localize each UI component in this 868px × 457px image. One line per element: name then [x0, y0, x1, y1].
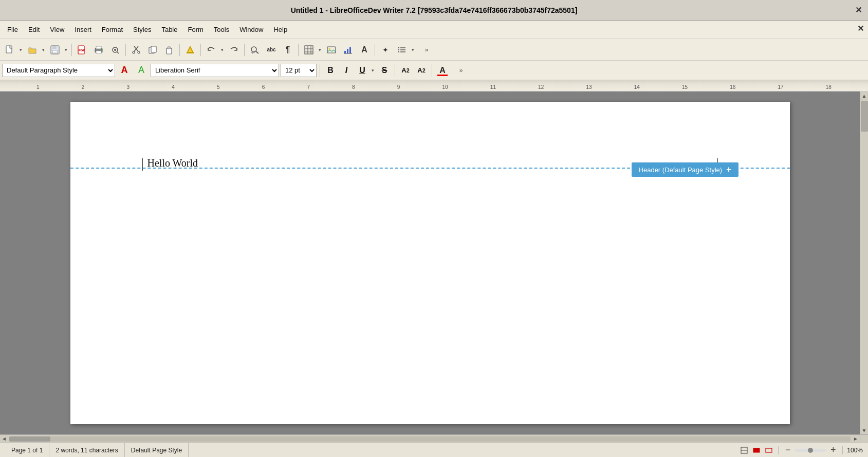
paragraph-style-select[interactable]: Default Paragraph Style — [2, 64, 115, 77]
ruler-numbers: 1 2 3 4 5 6 7 8 9 10 11 12 13 14 15 16 1… — [0, 84, 868, 90]
svg-rect-20 — [168, 47, 171, 49]
redo-button[interactable] — [226, 42, 242, 58]
clone-format-button[interactable] — [182, 42, 198, 58]
svg-rect-19 — [167, 48, 172, 54]
header-label-plus[interactable]: + — [726, 165, 731, 174]
svg-rect-18 — [151, 46, 156, 52]
zoom-increase-button[interactable]: + — [828, 445, 838, 455]
vertical-scrollbar[interactable]: ▲ ▼ — [860, 92, 868, 434]
save-doc-button[interactable] — [47, 42, 63, 58]
selection-mode-2[interactable] — [751, 445, 762, 455]
new-doc-group: ▾ — [2, 42, 24, 58]
insert-chart-button[interactable] — [340, 42, 356, 58]
scroll-corner — [860, 435, 868, 443]
copy-button[interactable] — [145, 42, 160, 58]
menu-window[interactable]: Window — [234, 24, 268, 35]
font-size-select[interactable]: 12 pt — [281, 64, 317, 77]
svg-rect-46 — [766, 448, 772, 452]
underline-button[interactable]: U — [355, 63, 370, 78]
menu-file[interactable]: File — [2, 24, 23, 35]
strikethrough-button[interactable]: S — [377, 63, 392, 78]
open-doc-arrow[interactable]: ▾ — [40, 42, 46, 58]
header-label-badge[interactable]: Header (Default Page Style) + — [632, 162, 738, 177]
menu-format[interactable]: Format — [97, 24, 128, 35]
bold-button[interactable]: B — [323, 63, 338, 78]
menu-edit[interactable]: Edit — [23, 24, 45, 35]
scroll-up-button[interactable]: ▲ — [860, 92, 869, 100]
new-doc-arrow[interactable]: ▾ — [17, 42, 24, 58]
scroll-track-h[interactable] — [9, 436, 851, 442]
menu-view[interactable]: View — [45, 24, 69, 35]
svg-rect-40 — [398, 47, 399, 48]
svg-text:PDF: PDF — [79, 49, 85, 52]
list-style-arrow[interactable]: ▾ — [410, 42, 416, 58]
style-btn-a2[interactable]: A — [134, 63, 149, 78]
open-doc-button[interactable] — [25, 42, 40, 58]
undo-button[interactable] — [204, 42, 219, 58]
scroll-left-button[interactable]: ◄ — [0, 435, 8, 443]
svg-rect-0 — [6, 46, 12, 53]
font-name-select[interactable]: Liberation Serif — [151, 64, 279, 77]
menu-table[interactable]: Table — [156, 24, 182, 35]
menubar: File Edit View Insert Format Styles Tabl… — [0, 21, 868, 39]
toolbar1-overflow[interactable]: » — [419, 42, 434, 58]
menubar-close-button[interactable]: ✕ — [857, 24, 864, 33]
main-area: Hello World Header (Default Page Style) … — [0, 92, 868, 434]
menu-insert[interactable]: Insert — [69, 24, 97, 35]
scroll-thumb-h[interactable] — [9, 436, 50, 442]
svg-rect-35 — [349, 47, 351, 53]
status-sep2 — [842, 446, 843, 454]
style-btn-a[interactable]: A — [117, 63, 132, 78]
insert-special-button[interactable]: ✦ — [378, 42, 393, 58]
undo-arrow[interactable]: ▾ — [219, 42, 225, 58]
horizontal-scrollbar[interactable]: ◄ ► — [0, 434, 868, 443]
insert-table-button[interactable] — [301, 42, 317, 58]
underline-arrow[interactable]: ▾ — [370, 63, 376, 78]
menu-tools[interactable]: Tools — [209, 24, 234, 35]
selection-mode-3[interactable] — [764, 445, 774, 455]
menu-form[interactable]: Form — [182, 24, 208, 35]
save-doc-arrow[interactable]: ▾ — [63, 42, 69, 58]
superscript-button[interactable]: A2 — [398, 63, 413, 78]
font-color-button[interactable]: A — [435, 63, 450, 78]
insert-table-group: ▾ — [301, 42, 323, 58]
svg-rect-31 — [327, 47, 336, 53]
zoom-slider-thumb[interactable] — [808, 448, 813, 453]
statusbar: Page 1 of 1 2 words, 11 characters Defau… — [0, 443, 868, 457]
italic-button[interactable]: I — [339, 63, 354, 78]
menu-help[interactable]: Help — [268, 24, 292, 35]
zoom-slider[interactable] — [795, 449, 826, 452]
zoom-level-text: 100% — [847, 447, 863, 454]
list-style-button[interactable] — [394, 42, 410, 58]
doc-canvas[interactable]: Hello World Header (Default Page Style) … — [0, 92, 860, 434]
new-doc-button[interactable] — [2, 42, 17, 58]
svg-rect-26 — [305, 46, 313, 54]
spell-check-button[interactable]: abc — [264, 42, 279, 58]
selection-mode-1[interactable] — [739, 445, 749, 455]
insert-table-arrow[interactable]: ▾ — [317, 42, 323, 58]
menu-styles[interactable]: Styles — [128, 24, 156, 35]
formatting-marks-button[interactable]: ¶ — [280, 42, 296, 58]
scroll-down-button[interactable]: ▼ — [860, 426, 869, 434]
cut-button[interactable] — [128, 42, 144, 58]
scroll-thumb-v[interactable] — [861, 101, 868, 132]
toolbar2-overflow[interactable]: » — [453, 63, 469, 78]
scroll-right-button[interactable]: ► — [852, 435, 860, 443]
print-preview-button[interactable] — [107, 42, 123, 58]
document-page[interactable]: Hello World Header (Default Page Style) … — [70, 102, 790, 424]
header-region[interactable]: Hello World Header (Default Page Style) … — [70, 102, 790, 169]
svg-rect-2 — [52, 46, 57, 49]
svg-point-9 — [101, 49, 102, 50]
find-replace-button[interactable] — [247, 42, 263, 58]
titlebar-close-button[interactable]: ✕ — [853, 4, 864, 15]
insert-image-button[interactable] — [324, 42, 339, 58]
subscript-button[interactable]: A2 — [414, 63, 429, 78]
print-button[interactable] — [91, 42, 106, 58]
document-header-text[interactable]: Hello World — [147, 157, 198, 169]
zoom-decrease-button[interactable]: − — [783, 445, 793, 455]
paste-button[interactable] — [161, 42, 177, 58]
status-sep1 — [778, 446, 779, 454]
svg-rect-33 — [344, 51, 346, 53]
insert-textbox-button[interactable]: A — [357, 42, 372, 58]
pdf-export-button[interactable]: PDF — [75, 42, 90, 58]
